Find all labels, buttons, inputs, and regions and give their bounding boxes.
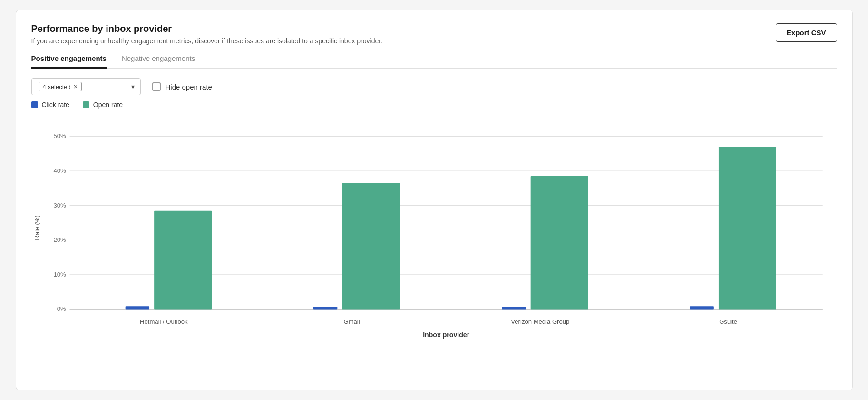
card-subtitle: If you are experiencing unhealthy engage…: [31, 37, 383, 45]
ytick-40: 40%: [53, 167, 66, 174]
hide-open-rate-checkbox[interactable]: [152, 82, 161, 91]
legend-row: Click rate Open rate: [31, 101, 837, 109]
click-rate-legend-dot: [31, 101, 38, 108]
legend-click-rate: Click rate: [31, 101, 69, 109]
bar-gmail-click: [313, 307, 337, 309]
bar-gmail-open: [342, 183, 400, 309]
tab-negative-engagements[interactable]: Negative engagements: [122, 54, 195, 69]
bar-hotmail-open: [154, 211, 212, 310]
ytick-20: 20%: [53, 236, 66, 243]
ytick-10: 10%: [53, 271, 66, 278]
selector-badge-label: 4 selected: [43, 83, 71, 90]
ytick-0: 0%: [57, 305, 66, 312]
selector-badge: 4 selected ×: [39, 82, 82, 91]
open-rate-legend-dot: [83, 101, 89, 108]
bar-verizon-open: [530, 176, 588, 309]
xlabel-hotmail: Hotmail / Outlook: [140, 318, 188, 325]
bar-gsuite-click: [690, 306, 713, 309]
ytick-50: 50%: [53, 132, 66, 140]
xlabel-verizon: Verizon Media Group: [511, 318, 569, 325]
bar-hotmail-click: [125, 306, 149, 309]
bar-verizon-click: [502, 307, 526, 309]
open-rate-legend-label: Open rate: [93, 101, 123, 109]
performance-card: Performance by inbox provider If you are…: [16, 10, 853, 390]
title-section: Performance by inbox provider If you are…: [31, 23, 383, 45]
hide-open-rate-text: Hide open rate: [166, 83, 212, 91]
ytick-30: 30%: [53, 202, 66, 209]
provider-selector-dropdown[interactable]: 4 selected × ▾: [31, 78, 141, 95]
controls-row: 4 selected × ▾ Hide open rate: [31, 78, 837, 95]
bar-gsuite-open: [718, 147, 776, 310]
header-row: Performance by inbox provider If you are…: [31, 23, 837, 45]
xlabel-gsuite: Gsuite: [719, 318, 737, 325]
selector-badge-clear[interactable]: ×: [74, 83, 78, 90]
tabs-row: Positive engagements Negative engagement…: [31, 54, 837, 69]
chart-area: Rate (%) 0% 10% 20% 30% 40% 50%: [31, 113, 837, 342]
click-rate-legend-label: Click rate: [42, 101, 69, 109]
x-axis-label: Inbox provider: [423, 331, 470, 339]
card-title: Performance by inbox provider: [31, 23, 383, 34]
hide-open-rate-label[interactable]: Hide open rate: [152, 82, 212, 91]
tab-positive-engagements[interactable]: Positive engagements: [31, 54, 107, 69]
legend-open-rate: Open rate: [83, 101, 123, 109]
y-axis-label: Rate (%): [33, 215, 40, 240]
dropdown-arrow-icon: ▾: [131, 83, 135, 90]
bar-chart: Rate (%) 0% 10% 20% 30% 40% 50%: [31, 113, 837, 342]
xlabel-gmail: Gmail: [343, 318, 360, 325]
export-csv-button[interactable]: Export CSV: [776, 23, 837, 42]
